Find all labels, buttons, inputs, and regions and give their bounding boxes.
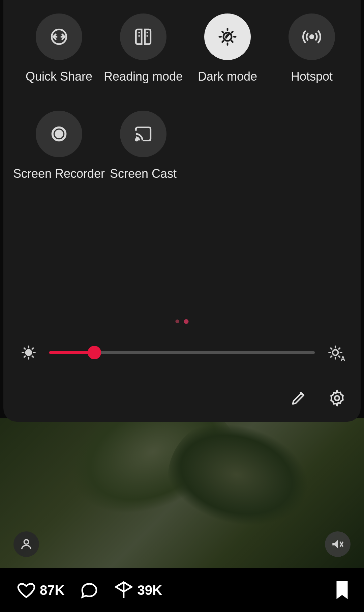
volume-off-icon [331, 537, 345, 551]
tile-quick-share[interactable]: Quick Share [17, 13, 101, 84]
post-action-bar: 87K 39K [0, 568, 364, 612]
page-dot-2 [184, 319, 189, 324]
tile-label: Quick Share [26, 69, 92, 84]
tile-label: Dark mode [198, 69, 257, 84]
tile-dark-mode[interactable]: Dark mode [185, 13, 270, 84]
quick-settings-panel: Quick Share Reading mode [3, 0, 361, 422]
hotspot-icon [302, 27, 322, 47]
quick-settings-actions [289, 388, 347, 408]
share-count: 39K [137, 583, 162, 598]
bookmark-button[interactable] [334, 580, 351, 601]
post-image-leaves[interactable] [0, 418, 364, 574]
gear-icon [328, 389, 346, 407]
svg-point-9 [335, 396, 339, 400]
person-icon [20, 537, 33, 551]
tile-label: Screen Cast [110, 167, 177, 181]
brightness-slider[interactable] [49, 351, 315, 354]
settings-button[interactable] [327, 388, 347, 408]
brightness-slider-thumb[interactable] [88, 346, 101, 359]
edit-icon [290, 389, 307, 407]
svg-point-8 [333, 350, 338, 356]
brightness-low-icon [20, 344, 37, 361]
quick-settings-grid: Quick Share Reading mode [13, 13, 351, 181]
tile-label: Reading mode [104, 69, 183, 84]
tile-label: Hotspot [291, 69, 333, 84]
comment-button[interactable] [80, 581, 99, 600]
share-button[interactable]: 39K [114, 581, 162, 600]
svg-point-5 [56, 131, 62, 137]
tile-screen-recorder[interactable]: Screen Recorder [17, 111, 101, 181]
like-button[interactable]: 87K [17, 581, 64, 600]
like-count: 87K [40, 583, 64, 598]
screen-root: 87K 39K [0, 0, 364, 612]
send-icon [114, 581, 133, 600]
svg-point-0 [24, 540, 28, 544]
page-dot-1 [176, 319, 179, 323]
profile-button[interactable] [13, 531, 39, 557]
svg-point-7 [26, 350, 32, 356]
record-icon [49, 124, 69, 144]
tile-screen-cast[interactable]: Screen Cast [101, 111, 185, 181]
cast-icon [133, 124, 153, 144]
bookmark-icon [334, 580, 351, 601]
brightness-row: A [20, 341, 344, 364]
heart-icon [17, 581, 36, 600]
page-indicator[interactable] [176, 319, 189, 324]
tile-label: Screen Recorder [13, 167, 105, 181]
book-icon [133, 27, 153, 47]
tile-hotspot[interactable]: Hotspot [270, 13, 354, 84]
moon-sun-icon [218, 27, 237, 47]
edit-button[interactable] [289, 388, 309, 408]
tile-reading-mode[interactable]: Reading mode [101, 13, 185, 84]
comment-icon [80, 581, 99, 600]
svg-point-3 [310, 35, 313, 38]
svg-point-6 [136, 139, 138, 141]
mute-button[interactable] [325, 531, 351, 557]
share-sync-icon [49, 27, 69, 47]
auto-brightness-icon[interactable]: A [327, 344, 344, 361]
